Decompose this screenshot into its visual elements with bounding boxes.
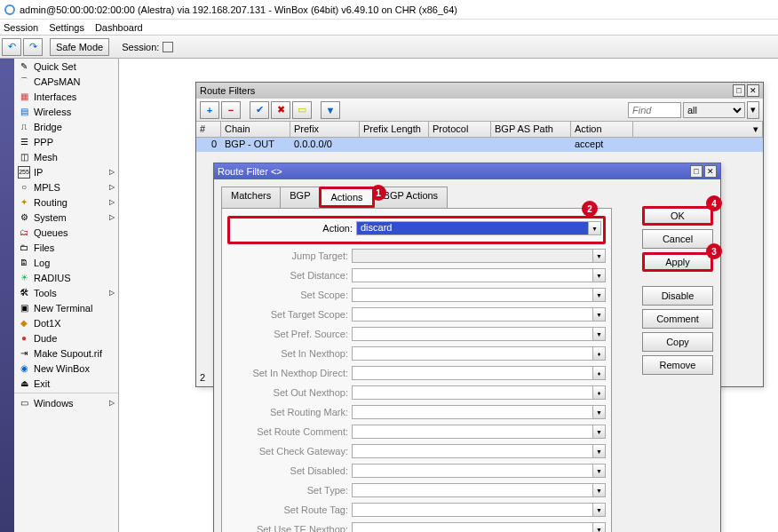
sidebar-item-terminal[interactable]: ▣New Terminal xyxy=(14,300,118,315)
tab-actions[interactable]: Actions xyxy=(319,187,374,208)
sidebar-item-interfaces[interactable]: ▦Interfaces xyxy=(14,89,118,104)
wand-icon: ✎ xyxy=(18,60,30,73)
table-row[interactable]: 0 BGP - OUT 0.0.0.0/0 accept xyxy=(196,138,763,152)
action-input[interactable]: discard xyxy=(356,221,589,235)
innh-input[interactable] xyxy=(352,346,593,361)
rmark-input[interactable] xyxy=(352,405,593,419)
dropdown-icon[interactable]: ▼ xyxy=(589,221,601,235)
type-input[interactable] xyxy=(352,483,593,497)
find-input[interactable] xyxy=(628,102,681,118)
route-filters-titlebar[interactable]: Route Filters □ ✕ xyxy=(196,83,763,99)
close-button[interactable]: ✕ xyxy=(747,84,759,97)
undo-button[interactable]: ↶ xyxy=(2,38,21,56)
comment-button[interactable]: Comment xyxy=(642,309,713,329)
window-title: admin@50:00:00:02:00:00 (Alestra) via 19… xyxy=(20,4,457,15)
chevron-icon: ▷ xyxy=(109,168,115,176)
sidebar-item-capsman[interactable]: ⌒CAPsMAN xyxy=(14,74,118,89)
jump-input[interactable] xyxy=(352,249,593,263)
sidebar-item-windows[interactable]: ▭Windows▷ xyxy=(14,395,118,410)
restore-button[interactable]: □ xyxy=(690,165,703,178)
comment-button[interactable]: ▭ xyxy=(292,101,312,119)
workspace: Route Filters □ ✕ + − ✔ ✖ ▭ ▼ all ▾ # Ch xyxy=(119,59,778,532)
disabled-input[interactable] xyxy=(352,464,593,478)
sidebar-item-quickset[interactable]: ✎Quick Set xyxy=(14,59,118,74)
col-more[interactable]: ▾ xyxy=(633,122,763,137)
dropdown-icon[interactable]: ▼ xyxy=(593,249,606,263)
tscope-input[interactable] xyxy=(352,307,593,322)
sidebar-item-ppp[interactable]: ☰PPP xyxy=(14,134,118,149)
col-chain[interactable]: Chain xyxy=(221,122,290,137)
rtag-input[interactable] xyxy=(352,503,593,517)
sidebar-item-log[interactable]: 🗎Log xyxy=(14,255,118,270)
bridge-icon: ⎍ xyxy=(18,121,30,133)
sidebar-item-winbox[interactable]: ◉New WinBox xyxy=(14,361,118,376)
exit-icon: ⏏ xyxy=(18,377,30,390)
filter-button[interactable]: ▼ xyxy=(321,101,340,119)
usete-input[interactable] xyxy=(352,522,593,532)
sidebar-item-ip[interactable]: 255IP▷ xyxy=(14,164,118,179)
tab-bgp[interactable]: BGP xyxy=(280,187,320,208)
sidebar-item-bridge[interactable]: ⎍Bridge xyxy=(14,119,118,134)
svg-point-0 xyxy=(5,5,14,14)
sidebar-item-mpls[interactable]: ○MPLS▷ xyxy=(14,179,118,195)
route-filter-titlebar[interactable]: Route Filter <> □ ✕ xyxy=(214,163,720,179)
col-proto[interactable]: Protocol xyxy=(429,122,491,137)
col-num[interactable]: # xyxy=(196,122,221,137)
copy-button[interactable]: Copy xyxy=(642,332,713,352)
radius-icon: ☀ xyxy=(18,272,30,284)
col-action[interactable]: Action xyxy=(571,122,633,137)
outnh-input[interactable] xyxy=(352,385,593,400)
prefsrc-input[interactable] xyxy=(352,327,593,341)
cancel-button[interactable]: Cancel xyxy=(642,229,713,249)
apply-button[interactable]: Apply xyxy=(642,252,713,272)
terminal-icon: ▣ xyxy=(18,302,30,314)
safe-mode-button[interactable]: Safe Mode xyxy=(50,38,109,56)
sidebar-item-dude[interactable]: ●Dude xyxy=(14,330,118,345)
sidebar-item-routing[interactable]: ✦Routing▷ xyxy=(14,195,118,210)
disable-button[interactable]: ✖ xyxy=(271,101,290,119)
sidebar-item-queues[interactable]: 🗂Queues xyxy=(14,225,118,240)
filter-select[interactable]: all xyxy=(683,102,745,118)
disable-button[interactable]: Disable xyxy=(642,286,713,306)
tools-icon: 🛠 xyxy=(18,287,30,299)
close-button[interactable]: ✕ xyxy=(704,165,717,178)
col-plen[interactable]: Prefix Length xyxy=(360,122,429,137)
sidebar-item-tools[interactable]: 🛠Tools▷ xyxy=(14,285,118,300)
distance-input[interactable] xyxy=(352,268,593,282)
sidebar: ✎Quick Set ⌒CAPsMAN ▦Interfaces ▤Wireles… xyxy=(14,59,119,532)
sidebar-item-radius[interactable]: ☀RADIUS xyxy=(14,270,118,285)
grid-header: # Chain Prefix Prefix Length Protocol BG… xyxy=(196,122,763,138)
sidebar-item-mesh[interactable]: ◫Mesh xyxy=(14,149,118,164)
session-label: Session: xyxy=(122,42,159,52)
rcomment-input[interactable] xyxy=(352,425,593,439)
sidebar-item-system[interactable]: ⚙System▷ xyxy=(14,210,118,225)
sidebar-item-dot1x[interactable]: ◆Dot1X xyxy=(14,315,118,330)
innhd-input[interactable] xyxy=(352,366,593,380)
ok-button[interactable]: OK xyxy=(642,206,713,226)
main-toolbar: ↶ ↷ Safe Mode Session: xyxy=(0,36,778,59)
menu-session[interactable]: Session xyxy=(4,22,38,33)
remove-button[interactable]: − xyxy=(221,101,241,119)
add-button[interactable]: + xyxy=(200,101,219,119)
tab-strip: Matchers BGP Actions BGP Actions xyxy=(221,187,713,208)
col-prefix[interactable]: Prefix xyxy=(290,122,360,137)
sidebar-item-exit[interactable]: ⏏Exit xyxy=(14,376,118,391)
menu-dashboard[interactable]: Dashboard xyxy=(95,22,143,33)
remove-button[interactable]: Remove xyxy=(642,355,713,375)
step-badge-4: 4 xyxy=(706,195,722,211)
tab-matchers[interactable]: Matchers xyxy=(221,187,281,208)
dude-icon: ● xyxy=(18,332,30,345)
checkgw-input[interactable] xyxy=(352,444,593,458)
chevron-icon: ▷ xyxy=(109,213,115,221)
menu-settings[interactable]: Settings xyxy=(49,22,84,33)
sidebar-item-files[interactable]: 🗀Files xyxy=(14,240,118,255)
sidebar-item-wireless[interactable]: ▤Wireless xyxy=(14,104,118,119)
enable-button[interactable]: ✔ xyxy=(250,101,269,119)
step-badge-2: 2 xyxy=(582,201,598,217)
scope-input[interactable] xyxy=(352,288,593,302)
filter-dropdown[interactable]: ▾ xyxy=(747,101,759,119)
col-aspath[interactable]: BGP AS Path xyxy=(491,122,571,137)
redo-button[interactable]: ↷ xyxy=(23,38,43,56)
restore-button[interactable]: □ xyxy=(733,84,745,97)
sidebar-item-supout[interactable]: ⇥Make Supout.rif xyxy=(14,345,118,361)
